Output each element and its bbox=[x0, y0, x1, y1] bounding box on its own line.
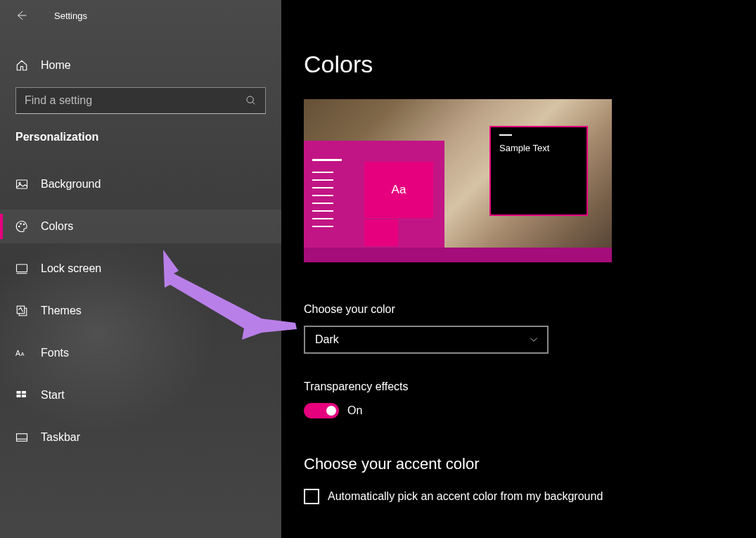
sidebar-item-background[interactable]: Background bbox=[0, 167, 281, 201]
search-box[interactable] bbox=[15, 87, 266, 114]
home-label: Home bbox=[41, 59, 71, 72]
svg-rect-3 bbox=[17, 180, 27, 188]
home-icon bbox=[15, 59, 28, 72]
app-title: Settings bbox=[54, 11, 87, 21]
chevron-down-icon bbox=[529, 335, 539, 345]
search-icon bbox=[245, 95, 257, 106]
preview-tile-text: Aa bbox=[392, 183, 406, 197]
sidebar-item-label: Colors bbox=[41, 220, 73, 233]
svg-rect-15 bbox=[17, 395, 21, 397]
auto-accent-row: Automatically pick an accent color from … bbox=[304, 489, 735, 504]
nav-list: Background Colors Lock scree bbox=[0, 153, 281, 454]
svg-rect-17 bbox=[17, 434, 27, 442]
lock-screen-icon bbox=[15, 262, 28, 275]
transparency-toggle[interactable] bbox=[304, 403, 339, 418]
svg-point-6 bbox=[20, 224, 22, 225]
preview-taskbar bbox=[304, 248, 612, 262]
svg-rect-13 bbox=[17, 391, 21, 394]
transparency-toggle-row: On bbox=[304, 403, 735, 418]
sidebar-item-start[interactable]: Start bbox=[0, 378, 281, 412]
sidebar-item-label: Taskbar bbox=[41, 431, 80, 444]
themes-icon bbox=[15, 305, 28, 317]
transparency-state-label: On bbox=[347, 404, 362, 417]
sidebar-item-label: Start bbox=[41, 389, 65, 402]
sidebar-item-themes[interactable]: Themes bbox=[0, 294, 281, 328]
transparency-label: Transparency effects bbox=[304, 380, 735, 393]
preview-pane: Aa Sample Text bbox=[304, 99, 612, 262]
settings-sidebar: Settings Home Personalization bbox=[0, 0, 281, 538]
preview-start-menu: Aa bbox=[304, 141, 444, 248]
dropdown-value: Dark bbox=[315, 333, 339, 346]
taskbar-icon bbox=[15, 431, 28, 444]
svg-rect-8 bbox=[17, 264, 27, 272]
svg-text:A: A bbox=[21, 351, 25, 357]
back-arrow-icon[interactable] bbox=[13, 7, 30, 24]
fonts-icon: A A bbox=[15, 347, 28, 359]
svg-rect-14 bbox=[22, 391, 26, 394]
start-icon bbox=[15, 389, 28, 402]
palette-icon bbox=[15, 220, 28, 233]
color-mode-label: Choose your color bbox=[304, 303, 735, 316]
sidebar-item-label: Fonts bbox=[41, 347, 69, 359]
svg-line-2 bbox=[252, 102, 255, 104]
svg-point-5 bbox=[19, 226, 20, 227]
toggle-knob bbox=[326, 406, 336, 416]
content-area: Colors Aa Sample Text Choose your color … bbox=[281, 0, 756, 538]
search-input[interactable] bbox=[25, 94, 245, 107]
accent-color-title: Choose your accent color bbox=[304, 455, 735, 473]
preview-tile: Aa bbox=[364, 162, 433, 218]
svg-point-4 bbox=[19, 182, 20, 184]
picture-icon bbox=[15, 178, 28, 191]
page-title: Colors bbox=[304, 51, 735, 78]
svg-rect-16 bbox=[22, 395, 26, 397]
sidebar-item-taskbar[interactable]: Taskbar bbox=[0, 421, 281, 454]
svg-point-7 bbox=[23, 224, 25, 225]
sidebar-item-label: Background bbox=[41, 178, 101, 191]
auto-accent-label: Automatically pick an accent color from … bbox=[328, 490, 603, 503]
sidebar-item-fonts[interactable]: A A Fonts bbox=[0, 336, 281, 370]
preview-window: Sample Text bbox=[489, 126, 588, 216]
sidebar-item-lock-screen[interactable]: Lock screen bbox=[0, 252, 281, 286]
preview-window-line bbox=[499, 134, 512, 136]
svg-text:A: A bbox=[15, 349, 20, 357]
category-title: Personalization bbox=[0, 114, 281, 153]
sidebar-item-label: Themes bbox=[41, 305, 82, 317]
preview-tile-small bbox=[364, 219, 398, 246]
sidebar-item-colors[interactable]: Colors bbox=[0, 210, 281, 243]
preview-start-lines bbox=[312, 159, 342, 227]
titlebar: Settings bbox=[0, 0, 281, 31]
sidebar-item-label: Lock screen bbox=[41, 262, 101, 275]
svg-point-1 bbox=[247, 96, 253, 103]
auto-accent-checkbox[interactable] bbox=[304, 489, 319, 504]
color-mode-dropdown[interactable]: Dark bbox=[304, 326, 549, 354]
preview-window-text: Sample Text bbox=[499, 143, 578, 153]
home-button[interactable]: Home bbox=[0, 52, 281, 79]
